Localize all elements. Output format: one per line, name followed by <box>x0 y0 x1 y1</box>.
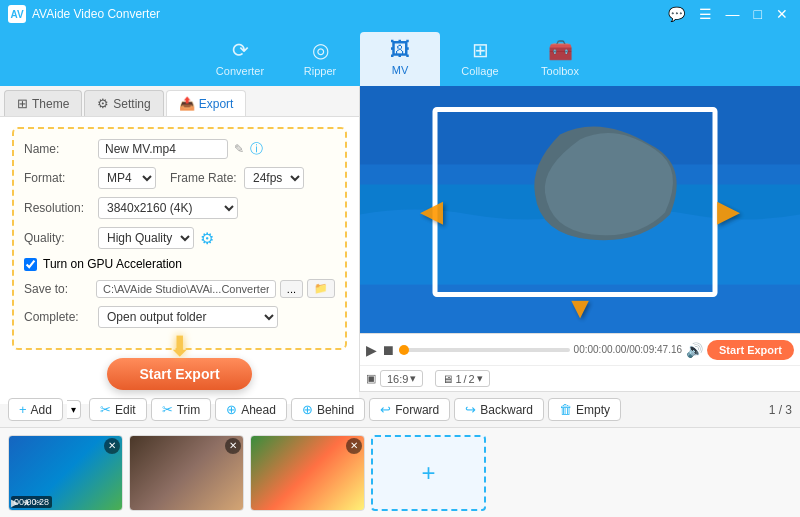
framerate-select[interactable]: 24fps 25fps 30fps <box>244 167 304 189</box>
minimize-btn[interactable]: — <box>722 6 744 22</box>
stop-btn[interactable]: ⏹ <box>381 342 395 358</box>
menu-btn[interactable]: ☰ <box>695 6 716 22</box>
ahead-icon: ⊕ <box>226 402 237 417</box>
close-clip-2-btn[interactable]: ✕ <box>225 438 241 454</box>
edit-button[interactable]: ✂ Edit <box>89 398 147 421</box>
ahead-label: Ahead <box>241 403 276 417</box>
browse-dots-btn[interactable]: ... <box>280 280 303 298</box>
format-label: Format: <box>24 171 92 185</box>
page-dropdown-icon: ▾ <box>477 372 483 385</box>
add-clip-btn[interactable]: + <box>371 435 486 511</box>
resolution-label: Resolution: <box>24 201 92 215</box>
theme-grid-icon: ⊞ <box>17 96 28 111</box>
resolution-select[interactable]: 3840x2160 (4K) 1920x1080 (FHD) 1280x720 … <box>98 197 238 219</box>
ahead-button[interactable]: ⊕ Ahead <box>215 398 287 421</box>
aspect-ratio-btn[interactable]: 16:9 ▾ <box>380 370 423 387</box>
complete-label: Complete: <box>24 310 92 324</box>
gpu-row: Turn on GPU Acceleration <box>24 257 335 271</box>
close-clip-1-btn[interactable]: ✕ <box>104 438 120 454</box>
save-path-input[interactable] <box>96 280 276 298</box>
tab-theme[interactable]: ⊞ Theme <box>4 90 82 116</box>
add-label: Add <box>31 403 52 417</box>
trim-button[interactable]: ✂ Trim <box>151 398 212 421</box>
nav-toolbox-label: Toolbox <box>541 65 579 77</box>
behind-icon: ⊕ <box>302 402 313 417</box>
progress-bar[interactable] <box>399 348 570 352</box>
edit-label: Edit <box>115 403 136 417</box>
framerate-label: Frame Rate: <box>170 171 238 185</box>
nav-ripper-label: Ripper <box>304 65 336 77</box>
right-arrow-icon: ▶ <box>717 192 740 227</box>
gpu-checkbox[interactable] <box>24 258 37 271</box>
setting-gear-icon: ⚙ <box>97 96 109 111</box>
close-clip-3-btn[interactable]: ✕ <box>346 438 362 454</box>
monitor-icon: 🖥 <box>442 373 453 385</box>
nav-converter-label: Converter <box>216 65 264 77</box>
add-button[interactable]: + Add <box>8 398 63 421</box>
tab-export[interactable]: 📤 Export <box>166 90 247 116</box>
open-folder-btn[interactable]: 📁 <box>307 279 335 298</box>
complete-row: Complete: Open output folder Do nothing … <box>24 306 335 328</box>
quality-label: Quality: <box>24 231 92 245</box>
app-title: AVAide Video Converter <box>32 7 664 21</box>
converter-icon: ⟳ <box>232 38 249 62</box>
trim-label: Trim <box>177 403 201 417</box>
gpu-label: Turn on GPU Acceleration <box>43 257 182 271</box>
tab-setting[interactable]: ⚙ Setting <box>84 90 163 116</box>
format-select[interactable]: MP4 MKV MOV <box>98 167 156 189</box>
complete-select[interactable]: Open output folder Do nothing Shutdown <box>98 306 278 328</box>
aspect-ratio-label: 16:9 <box>387 373 408 385</box>
timeline-item-2[interactable]: ✕ <box>129 435 244 511</box>
nav-collage[interactable]: ⊞ Collage <box>440 32 520 86</box>
clip-cut-icon: ✂ <box>34 497 42 508</box>
nav-mv-label: MV <box>392 64 409 76</box>
close-btn[interactable]: ✕ <box>772 6 792 22</box>
window-controls: 💬 ☰ — □ ✕ <box>664 6 792 22</box>
down-arrow-icon: ⬇ <box>168 330 191 363</box>
left-panel: ⊞ Theme ⚙ Setting 📤 Export Name: ✎ ⓘ <box>0 86 360 391</box>
behind-button[interactable]: ⊕ Behind <box>291 398 365 421</box>
backward-icon: ↪ <box>465 402 476 417</box>
mv-icon: 🖼 <box>390 38 410 61</box>
maximize-btn[interactable]: □ <box>750 6 766 22</box>
quality-select[interactable]: High Quality Standard Low <box>98 227 194 249</box>
volume-btn[interactable]: 🔊 <box>686 342 703 358</box>
add-dropdown-btn[interactable]: ▾ <box>67 400 81 419</box>
edit-scissors-icon: ✂ <box>100 402 111 417</box>
tab-setting-label: Setting <box>113 97 150 111</box>
trim-icon: ✂ <box>162 402 173 417</box>
backward-button[interactable]: ↪ Backward <box>454 398 544 421</box>
name-label: Name: <box>24 142 92 156</box>
name-input[interactable] <box>98 139 228 159</box>
trash-icon: 🗑 <box>559 402 572 417</box>
timeline-item-1[interactable]: ✕ 00:00:28 ▶ ★ ✂ <box>8 435 123 511</box>
add-icon: + <box>19 402 27 417</box>
nav-bar: ⟳ Converter ◎ Ripper 🖼 MV ⊞ Collage 🧰 To… <box>0 28 800 86</box>
page-select-btn[interactable]: 🖥 1 / 2 ▾ <box>435 370 489 387</box>
forward-label: Forward <box>395 403 439 417</box>
nav-toolbox[interactable]: 🧰 Toolbox <box>520 32 600 86</box>
toolbox-icon: 🧰 <box>548 38 573 62</box>
page-counter: 1 / 3 <box>769 403 792 417</box>
save-label: Save to: <box>24 282 92 296</box>
name-row: Name: ✎ ⓘ <box>24 139 335 159</box>
ripper-icon: ◎ <box>312 38 329 62</box>
edit-icon[interactable]: ✎ <box>234 142 244 156</box>
clip-play-icon[interactable]: ▶ <box>11 497 19 508</box>
timeline-item-3[interactable]: ✕ <box>250 435 365 511</box>
forward-button[interactable]: ↩ Forward <box>369 398 450 421</box>
export-form: Name: ✎ ⓘ Format: MP4 MKV MOV Frame Rate… <box>12 127 347 350</box>
nav-mv[interactable]: 🖼 MV <box>360 32 440 86</box>
nav-collage-label: Collage <box>461 65 498 77</box>
export-icon: 📤 <box>179 96 195 111</box>
start-export-small-btn[interactable]: Start Export <box>707 340 794 360</box>
play-btn[interactable]: ▶ <box>366 342 377 358</box>
empty-button[interactable]: 🗑 Empty <box>548 398 621 421</box>
nav-ripper[interactable]: ◎ Ripper <box>280 32 360 86</box>
quality-row: Quality: High Quality Standard Low ⚙ <box>24 227 335 249</box>
quality-gear-btn[interactable]: ⚙ <box>200 229 214 248</box>
chat-btn[interactable]: 💬 <box>664 6 689 22</box>
clip-1-controls: ▶ ★ ✂ <box>11 497 42 508</box>
info-icon[interactable]: ⓘ <box>250 140 263 158</box>
nav-converter[interactable]: ⟳ Converter <box>200 32 280 86</box>
